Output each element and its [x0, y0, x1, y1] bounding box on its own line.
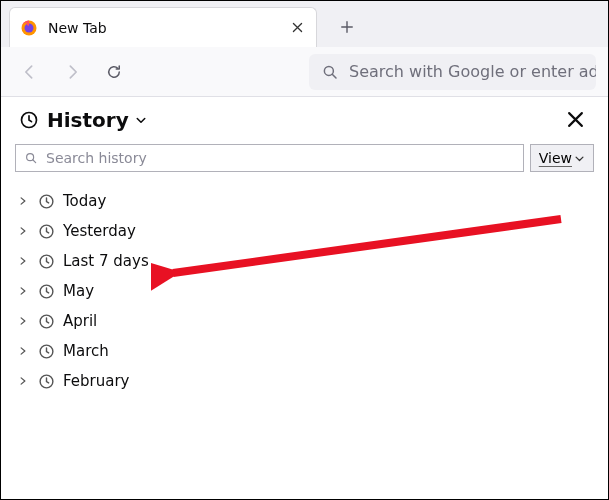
chevron-down-icon: [135, 114, 147, 126]
clock-icon: [37, 312, 55, 330]
new-tab-button[interactable]: [331, 11, 363, 43]
chevron-right-icon: [17, 256, 29, 266]
chevron-down-icon: [574, 153, 585, 164]
panel-header: History: [1, 97, 608, 142]
chevron-right-icon: [17, 376, 29, 386]
tree-item-label: March: [63, 342, 109, 360]
clock-icon: [37, 252, 55, 270]
history-icon: [19, 110, 39, 130]
chevron-right-icon: [17, 316, 29, 326]
view-button-label: View: [539, 150, 572, 166]
tree-item-february[interactable]: February: [11, 366, 598, 396]
tree-item-march[interactable]: March: [11, 336, 598, 366]
search-icon: [24, 151, 38, 165]
search-placeholder: Search history: [46, 150, 147, 166]
chevron-right-icon: [17, 286, 29, 296]
clock-icon: [37, 192, 55, 210]
search-row: Search history View: [1, 142, 608, 178]
tree-item-today[interactable]: Today: [11, 186, 598, 216]
tree-item-label: February: [63, 372, 129, 390]
chevron-right-icon: [17, 226, 29, 236]
clock-icon: [37, 222, 55, 240]
search-icon: [321, 63, 339, 81]
tree-item-yesterday[interactable]: Yesterday: [11, 216, 598, 246]
history-panel: History Search history View Today Yester…: [1, 97, 608, 404]
chevron-right-icon: [17, 346, 29, 356]
forward-button[interactable]: [55, 55, 89, 89]
search-history-input[interactable]: Search history: [15, 144, 524, 172]
view-button[interactable]: View: [530, 144, 594, 172]
panel-close-button[interactable]: [561, 107, 590, 132]
clock-icon: [37, 342, 55, 360]
close-icon[interactable]: [288, 19, 306, 37]
url-bar[interactable]: Search with Google or enter ad: [309, 54, 596, 90]
panel-title[interactable]: History: [47, 108, 147, 132]
tree-item-label: April: [63, 312, 97, 330]
history-tree: Today Yesterday Last 7 days May April Ma…: [1, 178, 608, 404]
clock-icon: [37, 372, 55, 390]
panel-title-text: History: [47, 108, 129, 132]
tree-item-label: Today: [63, 192, 106, 210]
tab-title: New Tab: [48, 20, 278, 36]
clock-icon: [37, 282, 55, 300]
tree-item-label: May: [63, 282, 94, 300]
browser-tab[interactable]: New Tab: [9, 7, 317, 47]
tab-strip: New Tab: [1, 1, 608, 47]
back-button[interactable]: [13, 55, 47, 89]
tree-item-label: Yesterday: [63, 222, 136, 240]
tree-item-april[interactable]: April: [11, 306, 598, 336]
navigation-toolbar: Search with Google or enter ad: [1, 47, 608, 97]
tree-item-last7days[interactable]: Last 7 days: [11, 246, 598, 276]
chevron-right-icon: [17, 196, 29, 206]
firefox-icon: [20, 19, 38, 37]
reload-button[interactable]: [97, 55, 131, 89]
tree-item-may[interactable]: May: [11, 276, 598, 306]
url-placeholder: Search with Google or enter ad: [349, 62, 596, 81]
tree-item-label: Last 7 days: [63, 252, 149, 270]
